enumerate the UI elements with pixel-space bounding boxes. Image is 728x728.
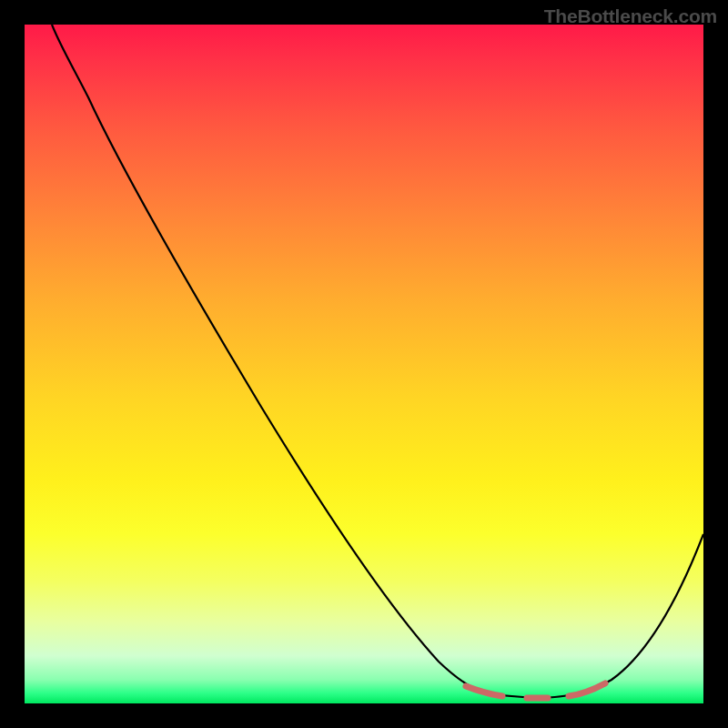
optimal-range-highlight [466,683,605,698]
curve-layer [25,25,703,703]
plot-area [25,25,703,703]
watermark-text: TheBottleneck.com [544,5,717,27]
chart-container: TheBottleneck.com [0,0,728,728]
bottleneck-curve [52,25,703,698]
